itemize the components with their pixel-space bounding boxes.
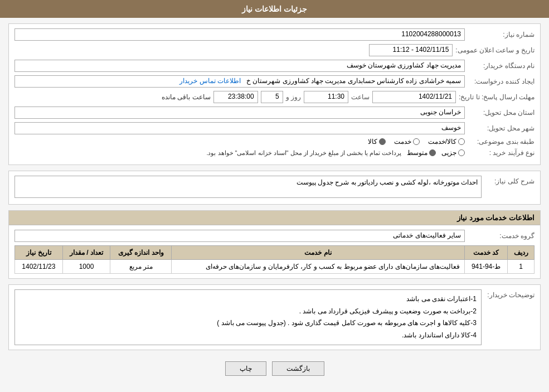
datetime-row: تاریخ و ساعت اعلان عمومی: 1402/11/15 - 1… [14, 44, 535, 56]
buyer-notes-label: توضیحات خریدار: [484, 289, 535, 299]
col-row-num: ردیف [508, 246, 535, 260]
need-number-row: شماره نیاز: 1102004288000013 [14, 28, 535, 41]
need-desc-label: شرح کلی نیاز: [484, 176, 535, 185]
col-unit: واحد اندازه گیری [110, 246, 172, 260]
province-row: استان محل تحویل: خراسان جنوبی [14, 107, 535, 119]
buyer-notes-section: توضیحات خریدار: 1-اعتبارات نقدی می باشد … [8, 284, 541, 350]
province-value: خراسان جنوبی [14, 107, 465, 119]
cell-date: 1402/11/23 [15, 260, 63, 274]
services-table-wrapper: ردیف کد خدمت نام خدمت واحد اندازه گیری ت… [14, 245, 535, 274]
col-quantity: تعداد / مقدار [62, 246, 110, 260]
services-section: اطلاعات خدمات مورد نیاز گروه خدمت: سایر … [8, 210, 541, 279]
city-label: شهر محل تحویل: [468, 124, 535, 132]
category-label: طبقه بندی موضوعی: [468, 138, 535, 146]
category-label-kala: کالا [368, 138, 377, 146]
main-content: شماره نیاز: 1102004288000013 تاریخ و ساع… [0, 18, 549, 387]
category-label-khadmat: خدمت [394, 138, 411, 146]
requester-label: ایجاد کننده درخواست: [468, 78, 535, 85]
need-description-section: شرح کلی نیاز: [8, 171, 541, 205]
cell-row-num: 1 [508, 260, 535, 274]
back-button[interactable]: بازگشت [272, 361, 324, 376]
col-service-name: نام خدمت [172, 246, 465, 260]
buyer-note-line-4: 4-کالا دارای استاندارد باشد. [20, 330, 477, 342]
col-date: تاریخ نیاز [15, 246, 63, 260]
deadline-date-time: 1402/11/21 ساعت 11:30 روز و 5 23:38:00 س… [162, 91, 456, 103]
cell-unit: متر مربع [110, 260, 172, 274]
need-description-textarea[interactable] [14, 176, 482, 198]
deadline-time: 11:30 [304, 91, 348, 103]
deadline-date: 1402/11/21 [372, 91, 456, 103]
category-radio-kala[interactable] [379, 138, 386, 145]
deadline-day: 5 [261, 91, 283, 103]
button-row: بازگشت چاپ [8, 356, 541, 381]
cell-service-code: ط-94-941 [465, 260, 508, 274]
requester-value: سمیه خراشادی زاده کارشناس حسابداری مدیری… [14, 75, 465, 88]
process-option-jazie[interactable]: جزیی [441, 149, 465, 157]
deadline-remaining-label: ساعت باقی مانده [162, 93, 211, 101]
process-label-jazie: جزیی [441, 149, 456, 157]
deadline-day-label: روز و [286, 93, 301, 101]
process-label-motawaset: متوسط [407, 149, 427, 157]
need-number-label: شماره نیاز: [468, 31, 535, 38]
cell-service-name: فعالیت‌های سازمان‌های دارای عضو مربوط به… [172, 260, 465, 274]
buyer-note-line-3: 3-کلیه کالاها و اجرت های مربوطه به صورت … [20, 317, 477, 330]
process-options-group: جزیی متوسط پرداخت تمام یا بخشی از مبلغ خ… [206, 149, 465, 157]
requester-row: ایجاد کننده درخواست: سمیه خراشادی زاده ک… [14, 75, 535, 88]
process-note: پرداخت تمام یا بخشی از مبلغ خریدار از مح… [206, 149, 401, 157]
buyer-notes-content: 1-اعتبارات نقدی می باشد 2-برداخت به صورت… [14, 289, 482, 345]
buyer-org-value: مدیریت جهاد کشاورزی شهرستان خوسف [14, 60, 465, 72]
city-value: خوسف [14, 122, 465, 134]
page-header: جزئیات اطلاعات نیاز [0, 0, 549, 18]
deadline-time-label: ساعت [351, 93, 370, 101]
buyer-note-line-2: 2-برداخت به صورت وضعیت و پیشرف فیزیکی قر… [20, 306, 477, 318]
process-option-motawaset[interactable]: متوسط [407, 149, 436, 157]
requester-text: سمیه خراشادی زاده کارشناس حسابداری مدیری… [246, 77, 461, 85]
category-row: طبقه بندی موضوعی: کالا/خدمت خدمت کالا [14, 138, 535, 146]
services-section-body: گروه خدمت: سایر فعالیت‌های خدماتی ردیف ک… [9, 225, 540, 278]
cell-quantity: 1000 [62, 260, 110, 274]
category-radio-khadmat[interactable] [413, 138, 420, 145]
need-desc-content-col [14, 176, 482, 200]
category-option-khadmat[interactable]: خدمت [394, 138, 420, 146]
print-button[interactable]: چاپ [225, 361, 266, 376]
deadline-label: مهلت ارسال پاسخ: تا تاریخ: [459, 93, 535, 101]
requester-contact-link[interactable]: اطلاعات تماس خریدار [179, 77, 241, 85]
service-group-value: سایر فعالیت‌های خدماتی [14, 230, 465, 242]
table-header-row: ردیف کد خدمت نام خدمت واحد اندازه گیری ت… [15, 246, 535, 260]
category-option-kala[interactable]: کالا [368, 138, 386, 146]
need-desc-content [14, 176, 482, 200]
deadline-row: مهلت ارسال پاسخ: تا تاریخ: 1402/11/21 سا… [14, 91, 535, 103]
city-row: شهر محل تحویل: خوسف [14, 122, 535, 134]
process-radio-jazie[interactable] [458, 149, 465, 156]
deadline-remaining: 23:38:00 [213, 91, 258, 103]
buyer-org-row: نام دستگاه خریدار: مدیریت جهاد کشاورزی ش… [14, 60, 535, 72]
table-row: 1 ط-94-941 فعالیت‌های سازمان‌های دارای ع… [15, 260, 535, 274]
page-wrapper: جزئیات اطلاعات نیاز شماره نیاز: 11020042… [0, 0, 549, 392]
page-title: جزئیات اطلاعات نیاز [242, 4, 307, 13]
services-section-title: اطلاعات خدمات مورد نیاز [457, 214, 535, 222]
datetime-label: تاریخ و ساعت اعلان عمومی: [455, 46, 535, 54]
process-radio-motawaset[interactable] [429, 149, 436, 156]
process-row: نوع فرآیند خرید : جزیی متوسط پرداخت تمام… [14, 149, 535, 157]
category-radio-group: کالا/خدمت خدمت کالا [368, 138, 465, 146]
need-number-value: 1102004288000013 [14, 28, 465, 41]
buyer-org-label: نام دستگاه خریدار: [468, 62, 535, 70]
services-section-header: اطلاعات خدمات مورد نیاز [9, 211, 540, 225]
process-label: نوع فرآیند خرید : [468, 149, 535, 157]
service-group-label: گروه خدمت: [468, 232, 535, 240]
col-service-code: کد خدمت [465, 246, 508, 260]
buyer-note-line-1: 1-اعتبارات نقدی می باشد [20, 293, 477, 306]
buyer-notes-row: توضیحات خریدار: 1-اعتبارات نقدی می باشد … [9, 285, 540, 350]
services-table: ردیف کد خدمت نام خدمت واحد اندازه گیری ت… [14, 245, 535, 274]
service-group-row: گروه خدمت: سایر فعالیت‌های خدماتی [14, 230, 535, 242]
main-info-section: شماره نیاز: 1102004288000013 تاریخ و ساع… [8, 23, 541, 165]
category-option-kala-khadmat[interactable]: کالا/خدمت [428, 138, 465, 146]
category-radio-kala-khadmat[interactable] [458, 138, 465, 145]
need-desc-row: شرح کلی نیاز: [9, 171, 540, 204]
datetime-value: 1402/11/15 - 11:12 [369, 44, 453, 56]
category-label-kala-khadmat: کالا/خدمت [428, 138, 456, 146]
province-label: استان محل تحویل: [468, 109, 535, 117]
main-info-body: شماره نیاز: 1102004288000013 تاریخ و ساع… [9, 24, 540, 164]
